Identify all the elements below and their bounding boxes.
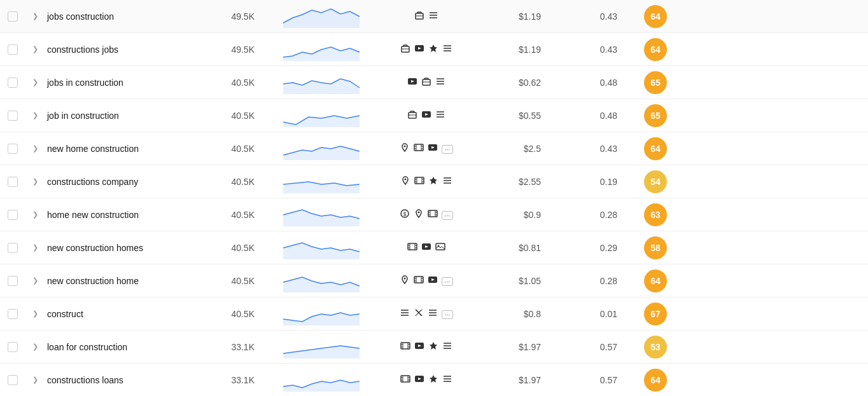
- expand-col[interactable]: ❯: [25, 111, 45, 119]
- row-checkbox[interactable]: [8, 177, 18, 187]
- svg-rect-68: [436, 243, 445, 250]
- serp-col: [375, 10, 477, 22]
- row-checkbox[interactable]: [8, 210, 18, 220]
- expand-chevron[interactable]: ❯: [32, 376, 38, 384]
- volume-col: 33.1K: [204, 342, 267, 352]
- list-icon: [428, 10, 438, 22]
- row-checkbox[interactable]: [8, 342, 18, 352]
- score-col: 64: [630, 270, 681, 292]
- pin-icon: [400, 142, 410, 154]
- expand-col[interactable]: ❯: [25, 376, 45, 384]
- expand-col[interactable]: ❯: [25, 12, 45, 20]
- expand-chevron[interactable]: ❯: [32, 12, 38, 20]
- checkbox-col: [0, 11, 25, 22]
- star-icon: [428, 43, 438, 55]
- cpc-col: $1.19: [477, 11, 554, 22]
- serp-col: ···: [375, 275, 477, 287]
- row-checkbox[interactable]: [8, 11, 18, 22]
- keyword-text: constructions company: [47, 177, 138, 187]
- trend-sparkline: [280, 203, 363, 226]
- table-row: ❯ constructions company 40.5K $2.55 0.19…: [0, 165, 868, 198]
- row-checkbox[interactable]: [8, 111, 18, 121]
- expand-chevron[interactable]: ❯: [32, 144, 38, 153]
- expand-col[interactable]: ❯: [25, 78, 45, 86]
- checkbox-col: [0, 342, 25, 352]
- expand-chevron[interactable]: ❯: [32, 111, 38, 119]
- comp-col: 0.29: [554, 243, 630, 253]
- volume-col: 40.5K: [204, 243, 267, 253]
- expand-chevron[interactable]: ❯: [32, 243, 38, 252]
- youtube-icon: [428, 142, 438, 154]
- svg-rect-99: [401, 376, 410, 382]
- comp-value: 0.43: [600, 144, 617, 154]
- score-col: 64: [630, 38, 681, 61]
- serp-col: [375, 109, 477, 121]
- row-checkbox[interactable]: [8, 375, 18, 385]
- keyword-text: new construction homes: [47, 243, 143, 253]
- expand-chevron[interactable]: ❯: [32, 45, 38, 53]
- checkbox-col: [0, 276, 25, 286]
- expand-col[interactable]: ❯: [25, 243, 45, 252]
- more-icon: ···: [442, 276, 452, 286]
- expand-chevron[interactable]: ❯: [32, 210, 38, 219]
- trend-sparkline: [280, 303, 363, 325]
- more-icon: ···: [442, 309, 452, 319]
- expand-col[interactable]: ❯: [25, 310, 45, 318]
- score-badge: 63: [644, 203, 667, 226]
- expand-col[interactable]: ❯: [25, 210, 45, 219]
- volume-value: 40.5K: [231, 243, 255, 253]
- trend-sparkline: [280, 336, 363, 358]
- pin-icon: [414, 208, 424, 221]
- svg-text:$: $: [403, 211, 407, 217]
- expand-col[interactable]: ❯: [25, 277, 45, 285]
- cpc-col: $0.81: [477, 243, 554, 253]
- score-col: 58: [630, 236, 681, 259]
- table-row: ❯ new construction homes 40.5K $0.81 0.2…: [0, 231, 868, 264]
- svg-rect-86: [401, 343, 410, 349]
- trend-col: [267, 336, 375, 358]
- expand-chevron[interactable]: ❯: [32, 78, 38, 86]
- expand-chevron[interactable]: ❯: [32, 277, 38, 285]
- trend-sparkline: [280, 369, 363, 392]
- keyword-text: constructions jobs: [47, 44, 118, 55]
- expand-chevron[interactable]: ❯: [32, 310, 38, 318]
- row-checkbox[interactable]: [8, 309, 18, 319]
- cpc-value: $0.9: [524, 210, 541, 220]
- checkbox-col: [0, 309, 25, 319]
- expand-chevron[interactable]: ❯: [32, 343, 38, 351]
- expand-col[interactable]: ❯: [25, 45, 45, 53]
- row-checkbox[interactable]: [8, 276, 18, 286]
- expand-col[interactable]: ❯: [25, 144, 45, 153]
- expand-col[interactable]: ❯: [25, 343, 45, 351]
- row-checkbox[interactable]: [8, 144, 18, 154]
- row-checkbox[interactable]: [8, 243, 18, 253]
- trend-col: [267, 369, 375, 392]
- keyword-col: new home construction: [45, 144, 204, 154]
- score-badge: 65: [644, 71, 667, 94]
- comp-value: 0.48: [600, 78, 617, 88]
- score-badge: 64: [644, 270, 667, 292]
- keyword-text: jobs in construction: [47, 78, 123, 88]
- comp-value: 0.43: [600, 44, 617, 55]
- serp-col: [375, 374, 477, 386]
- volume-value: 40.5K: [231, 276, 255, 286]
- score-col: 67: [630, 303, 681, 325]
- row-checkbox[interactable]: [8, 44, 18, 55]
- row-checkbox[interactable]: [8, 78, 18, 88]
- table-row: ❯ job in construction 40.5K $0.55 0.48 6…: [0, 99, 868, 132]
- keyword-col: constructions company: [45, 177, 204, 187]
- list2-icon: [428, 308, 438, 320]
- list-icon: [435, 109, 445, 121]
- trend-col: [267, 170, 375, 193]
- expand-chevron[interactable]: ❯: [32, 177, 38, 186]
- expand-col[interactable]: ❯: [25, 177, 45, 186]
- trend-col: [267, 137, 375, 160]
- volume-col: 49.5K: [204, 44, 267, 55]
- youtube-icon: [414, 374, 424, 386]
- cpc-value: $2.5: [524, 144, 541, 154]
- film-icon: [428, 208, 438, 221]
- cpc-value: $1.19: [519, 11, 541, 22]
- keyword-text: construct: [47, 309, 83, 319]
- youtube-icon: [414, 43, 424, 55]
- comp-value: 0.57: [600, 375, 617, 385]
